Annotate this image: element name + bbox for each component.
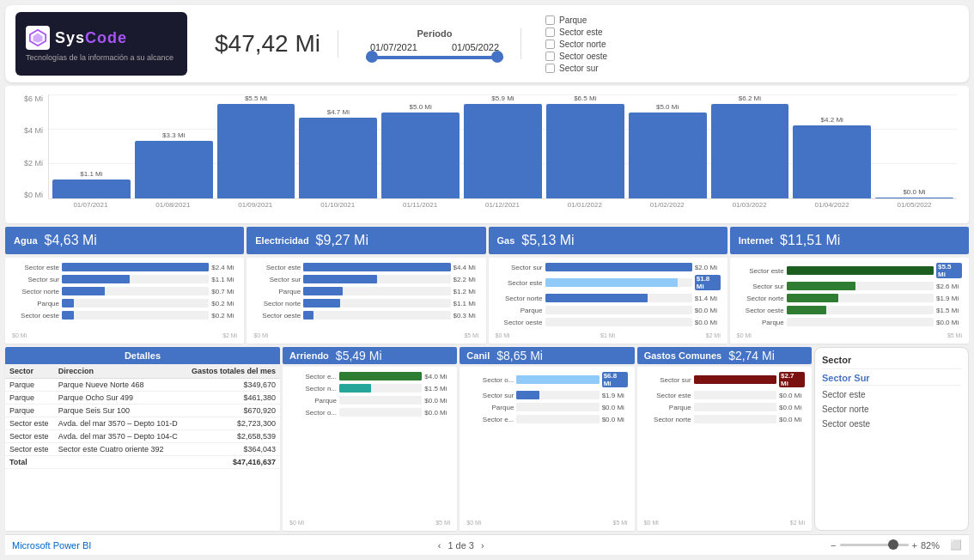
legend-checkbox-sector-sur[interactable] — [545, 64, 555, 73]
x-label: 01/05/2022 — [875, 201, 953, 213]
table-row: ParqueParque Seis Sur 100$670,920 — [5, 405, 280, 417]
x-label: 01/01/2022 — [545, 201, 624, 213]
table-row: Sector esteAvda. del mar 3570 – Depto 10… — [5, 430, 280, 443]
footer-nav: ‹ 1 de 3 › — [438, 540, 484, 551]
kpi-agua-label: Agua — [14, 235, 38, 246]
sector-option-norte[interactable]: Sector norte — [822, 404, 961, 415]
legend-item-sector-oeste[interactable]: Sector oeste — [545, 52, 607, 61]
legend-item-sector-norte[interactable]: Sector norte — [545, 40, 607, 49]
legend-item-sector-sur[interactable]: Sector sur — [545, 64, 607, 73]
zoom-plus[interactable]: + — [912, 540, 917, 551]
arriendo-value: $5,49 Mi — [336, 349, 382, 362]
kpi-gas-label: Gas — [497, 235, 515, 246]
zoom-thumb[interactable] — [888, 539, 898, 550]
kpi-internet-label: Internet — [739, 235, 773, 246]
legend-checkbox-sector-oeste[interactable] — [545, 52, 555, 61]
legend-label-sector-este: Sector este — [559, 27, 603, 37]
slider-thumb-left[interactable] — [366, 51, 378, 63]
powerbi-link[interactable]: Microsoft Power BI — [12, 540, 91, 551]
legend-checkbox-sector-este[interactable] — [545, 27, 555, 37]
x-label: 01/10/2021 — [299, 201, 377, 213]
y-label-2mi: $2 Mi — [17, 159, 43, 167]
bar-rect — [546, 104, 624, 198]
page-indicator: 1 de 3 — [447, 540, 474, 551]
bar-item: $5.9 Mi — [464, 94, 542, 198]
x-label: 01/09/2021 — [216, 201, 295, 213]
bar-chart-section: $6 Mi $4 Mi $2 Mi $0 Mi $1.1 Mi$3.3 Mi$5… — [5, 86, 969, 223]
logo-code: Code — [85, 29, 127, 46]
agua-bar-sector-este: Sector este $2.4 Mi — [12, 263, 237, 271]
bar-value: $3.3 Mi — [162, 131, 185, 139]
legend-label-sector-sur: Sector sur — [559, 64, 599, 73]
kpi-electricidad-label: Electricidad — [255, 235, 308, 246]
bar-item: $1.1 Mi — [52, 94, 131, 198]
table-row: ParqueParque Nueve Norte 468$349,670 — [5, 379, 280, 392]
details-table: Sector Direccion Gastos totales del mes … — [5, 364, 280, 469]
logo-icon — [26, 26, 50, 50]
col-sector: Sector — [5, 364, 54, 379]
kpi-internet: Internet $11,51 Mi — [730, 227, 969, 254]
bar-item: $6.2 Mi — [711, 94, 789, 198]
footer-zoom: − + 82% ⬜ — [831, 539, 962, 551]
kpi-gas: Gas $5,13 Mi — [489, 227, 727, 254]
sector-option-este[interactable]: Sector este — [822, 389, 961, 400]
legend-checkbox-parque[interactable] — [545, 15, 555, 25]
agua-bar-sector-oeste: Sector oeste $0.2 Mi — [12, 311, 237, 320]
sector-filter-selected[interactable]: Sector Sur — [822, 373, 961, 386]
agua-bar-sector-sur: Sector sur $1.1 Mi — [12, 275, 237, 283]
bar-value: $5.0 Mi — [656, 103, 679, 111]
legend-item-parque[interactable]: Parque — [545, 15, 607, 25]
bar-rect — [299, 118, 377, 198]
bar-rect — [52, 180, 131, 198]
bar-item: $5.5 Mi — [217, 94, 295, 198]
agua-bar-parque: Parque $0.2 Mi — [12, 299, 237, 307]
bar-rect — [464, 104, 542, 198]
sector-option-oeste[interactable]: Sector oeste — [822, 418, 961, 429]
logo-section: SysCode Tecnologías de la información a … — [15, 12, 187, 76]
bottom-row: Detalles Sector Direccion Gastos totales… — [5, 347, 969, 531]
legend-label-sector-norte: Sector norte — [559, 40, 606, 49]
fullscreen-icon[interactable]: ⬜ — [950, 539, 962, 551]
bar-rect — [793, 125, 871, 198]
x-label: 01/12/2021 — [464, 201, 542, 213]
col-gastos: Gastos totales del mes — [185, 364, 280, 379]
date-end: 01/05/2022 — [452, 42, 499, 52]
legend-item-sector-este[interactable]: Sector este — [545, 27, 607, 37]
nav-prev[interactable]: ‹ — [438, 540, 441, 551]
total-amount: $47,42 Mi — [198, 30, 338, 58]
canil-chart: Sector o... $6.8 Mi Sector sur $1.9 Mi P… — [460, 367, 634, 531]
nav-next[interactable]: › — [481, 540, 484, 551]
legend-checkbox-sector-norte[interactable] — [545, 40, 555, 49]
logo-text: SysCode — [55, 29, 127, 47]
kpi-gas-value: $5,13 Mi — [521, 233, 574, 248]
bar-value: $5.9 Mi — [491, 94, 514, 102]
period-dates: 01/07/2021 01/05/2022 — [370, 42, 499, 52]
agua-bar-sector-norte: Sector norte $0.7 Mi — [12, 287, 237, 295]
bar-item: $6.5 Mi — [546, 94, 624, 198]
bar-value: $4.2 Mi — [821, 116, 843, 124]
zoom-minus[interactable]: − — [831, 540, 836, 551]
bar-rect — [217, 104, 295, 198]
gastos-comunes-value: $2,74 Mi — [728, 349, 775, 362]
bar-value: $4.7 Mi — [327, 108, 350, 116]
bar-rect — [711, 104, 789, 198]
slider-thumb-right[interactable] — [491, 51, 503, 63]
kpi-agua-value: $4,63 Mi — [45, 233, 97, 248]
footer: Microsoft Power BI ‹ 1 de 3 › − + 82% ⬜ — [5, 534, 969, 555]
table-row: Sector esteSector este Cuatro oriente 39… — [5, 443, 280, 456]
bar-item: $0.0 Mi — [875, 94, 953, 198]
zoom-slider[interactable] — [840, 544, 909, 546]
y-label-4mi: $4 Mi — [17, 126, 43, 135]
header-section: SysCode Tecnologías de la información a … — [5, 5, 969, 82]
kpi-electricidad: Electricidad $9,27 Mi — [247, 227, 485, 254]
arriendo-chart: Sector e... $4.0 Mi Sector n... $1.5 Mi … — [283, 367, 457, 531]
sector-filter-title: Sector — [822, 355, 961, 369]
bar-value: $6.2 Mi — [739, 94, 761, 102]
kpi-internet-value: $11,51 Mi — [780, 233, 840, 248]
agua-chart: Sector este $2.4 Mi Sector sur $1.1 Mi S… — [5, 258, 244, 344]
bar-value: $1.1 Mi — [80, 170, 102, 178]
bar-item: $5.0 Mi — [381, 94, 460, 198]
x-label: 01/07/2021 — [52, 201, 130, 213]
period-slider[interactable] — [366, 56, 503, 59]
svg-marker-1 — [33, 33, 43, 43]
